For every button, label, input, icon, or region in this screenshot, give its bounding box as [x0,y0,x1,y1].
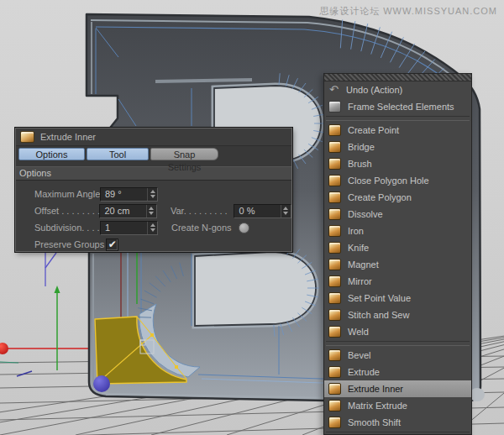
menu-item-set-point-value[interactable]: Set Point Value [324,290,471,307]
var-label: Var. . . . . . . . . [171,206,234,216]
x-axis-handle[interactable] [0,343,8,354]
menu-item-knife[interactable]: Knife [324,239,471,256]
dissolve-icon [328,208,341,220]
menu-item-magnet[interactable]: Magnet [324,256,471,273]
menu-item-label: Iron [348,226,364,236]
stitch-and-sew-icon [328,309,341,321]
menu-item-label: Set Point Value [348,293,411,303]
menu-item-bevel[interactable]: Bevel [324,347,471,364]
subdivision-field[interactable]: 1 [100,221,158,235]
menu-item-label: Magnet [348,259,379,270]
tab-options[interactable]: Options [18,148,85,160]
maximum-angle-row: Maximum Angle 89 ° [16,186,291,202]
offset-stepper[interactable] [146,205,156,218]
menu-item-create-polygon[interactable]: Create Polygon [324,189,471,206]
menu-item-smooth-shift[interactable]: Smooth Shift [324,414,471,431]
menu-item-brush[interactable]: Brush [324,155,471,172]
offset-row: Offset . . . . . . . . 20 cm Var. . . . … [16,202,291,219]
step-up-icon[interactable] [149,207,154,210]
menu-item-label: Bevel [348,350,371,360]
var-field[interactable]: 0 % [234,204,291,218]
y-axis-arrow [55,286,60,293]
menu-item-label: Weld [348,327,369,337]
step-up-icon[interactable] [283,207,288,210]
menu-item-label: Create Polygon [348,192,412,202]
matrix-extrude-icon [328,400,341,411]
tab-tool[interactable]: Tool [87,148,149,160]
subdivision-stepper[interactable] [147,222,157,234]
menu-item-extrude-inner[interactable]: Extrude Inner [324,380,471,397]
menu-item-close-polygon-hole[interactable]: Close Polygon Hole [324,172,471,189]
menu-item-weld[interactable]: Weld [324,323,471,340]
menu-item-matrix-extrude[interactable]: Matrix Extrude [324,397,471,414]
selected-point-handle[interactable] [93,375,110,392]
menu-item-label: Extrude [348,367,380,377]
step-up-icon[interactable] [150,223,155,227]
var-stepper[interactable] [281,205,291,218]
menu-item-label: Brush [348,159,372,169]
step-up-icon[interactable] [150,190,155,193]
dialog-title-bar[interactable]: Extrude Inner [16,128,291,146]
create-point-icon [328,124,341,136]
create-polygon-icon [328,191,341,203]
menu-item-label: Mirror [348,276,372,286]
step-down-icon[interactable] [150,195,155,198]
menu-item-label: Frame Selected Elements [348,102,454,112]
menu-item-extrude[interactable]: Extrude [324,364,471,380]
preserve-groups-row: Preserve Groups ✔ [16,236,291,253]
context-menu: ↶Undo (Action)Frame Selected ElementsCre… [323,73,472,435]
menu-item-frame-selected-elements[interactable]: Frame Selected Elements [324,98,471,115]
create-ngons-checkbox[interactable] [239,223,249,233]
tab-snap-settings[interactable]: Snap Settings [150,148,218,160]
extrude-inner-icon [20,131,34,143]
undo-icon: ↶ [328,85,339,95]
menu-item-stitch-and-sew[interactable]: Stitch and Sew [324,307,471,323]
subdivision-label: Subdivision. . . . [34,223,100,233]
brush-icon [328,158,341,170]
bevel-icon [328,349,341,361]
vertex-point[interactable] [150,333,154,337]
menu-item-create-point[interactable]: Create Point [324,122,471,139]
step-down-icon[interactable] [283,212,288,215]
options-section-header: Options [16,166,291,181]
dialog-tabs: Options Tool Snap Settings [16,146,291,166]
app-window: 思缘设计论坛 WWW.MISSYUAN.COM Extrude Inner Op… [0,0,504,435]
menu-item-mirror[interactable]: Mirror [324,273,471,290]
menu-item-label: Dissolve [348,209,383,219]
weld-icon [328,326,341,338]
menu-drag-handle[interactable] [324,74,471,81]
offset-field[interactable]: 20 cm [99,204,157,218]
spline-wire-diagonal [45,253,56,268]
menu-item-label: Knife [348,243,369,253]
menu-item-label: Stitch and Sew [348,310,409,320]
dialog-title: Extrude Inner [40,132,96,142]
knife-icon [328,242,341,254]
maximum-angle-field[interactable]: 89 ° [100,187,158,202]
menu-item-label: Create Point [348,125,399,135]
menu-item-label: Bridge [348,142,375,152]
create-ngons-label: Create N-gons [171,223,235,233]
preserve-groups-checkbox[interactable]: ✔ [106,238,118,251]
maximum-angle-stepper[interactable] [147,188,157,201]
close-polygon-hole-icon [328,175,341,186]
menu-item-bridge[interactable]: Bridge [324,139,471,155]
menu-separator [326,432,470,435]
step-down-icon[interactable] [149,212,154,215]
menu-item-label: Extrude Inner [348,384,403,394]
set-point-value-icon [328,292,341,304]
smooth-shift-icon [328,417,341,428]
menu-item-dissolve[interactable]: Dissolve [324,206,471,223]
step-down-icon[interactable] [150,228,155,232]
menu-item-undo-action-[interactable]: ↶Undo (Action) [324,81,471,98]
vertex-point[interactable] [175,365,178,369]
subdivision-row: Subdivision. . . . 1 Create N-gons [16,219,291,236]
menu-separator [326,341,470,346]
frame-selected-icon [328,101,341,113]
iron-icon [328,225,341,237]
offset-label: Offset . . . . . . . . [34,206,99,216]
menu-separator [326,116,470,121]
mirror-icon [328,275,341,287]
menu-item-iron[interactable]: Iron [324,223,471,239]
extrude-inner-icon [328,383,341,395]
magnet-icon [328,259,341,270]
